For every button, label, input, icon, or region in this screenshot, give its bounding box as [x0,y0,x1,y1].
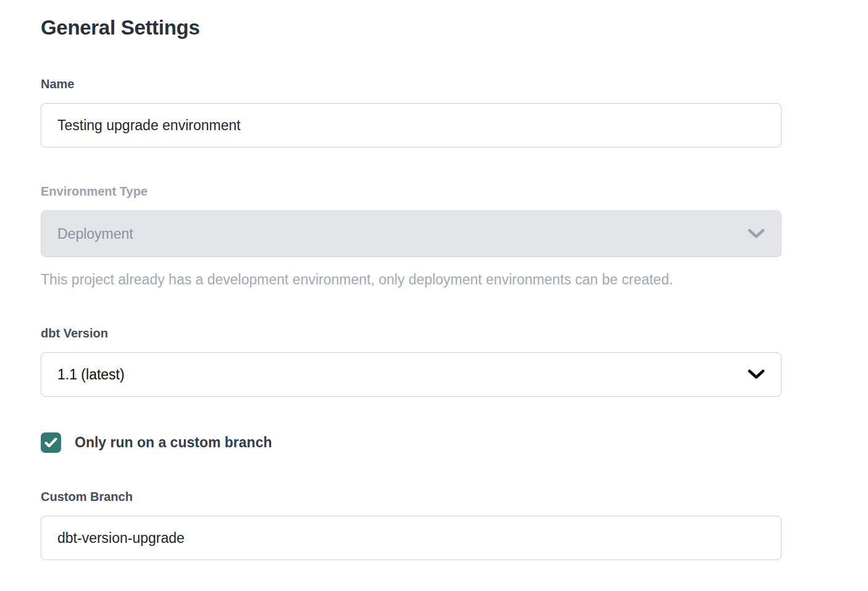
environment-type-label: Environment Type [41,184,782,198]
custom-branch-checkbox[interactable] [41,432,61,453]
environment-type-help-text: This project already has a development e… [41,271,782,289]
chevron-down-icon [748,370,765,380]
general-settings-page: General Settings Name Environment Type D… [0,0,782,560]
page-title: General Settings [41,15,782,40]
dbt-version-field-group: dbt Version 1.1 (latest) [41,326,782,397]
custom-branch-field-group: Custom Branch [41,490,782,560]
checkmark-icon [44,437,57,448]
custom-branch-toggle-label: Only run on a custom branch [75,436,272,450]
custom-branch-label: Custom Branch [41,490,782,503]
chevron-down-icon [748,229,765,239]
name-field-group: Name [41,77,782,147]
environment-type-field-group: Environment Type Deployment This project… [41,184,782,289]
environment-type-selected-value: Deployment [57,226,133,242]
dbt-version-selected-value: 1.1 (latest) [57,366,125,383]
custom-branch-toggle-row[interactable]: Only run on a custom branch [41,432,272,453]
name-label: Name [41,77,782,91]
environment-type-select: Deployment [41,210,782,257]
name-input[interactable] [41,103,782,147]
dbt-version-select[interactable]: 1.1 (latest) [41,352,782,397]
custom-branch-input[interactable] [41,516,782,560]
dbt-version-label: dbt Version [41,326,782,340]
